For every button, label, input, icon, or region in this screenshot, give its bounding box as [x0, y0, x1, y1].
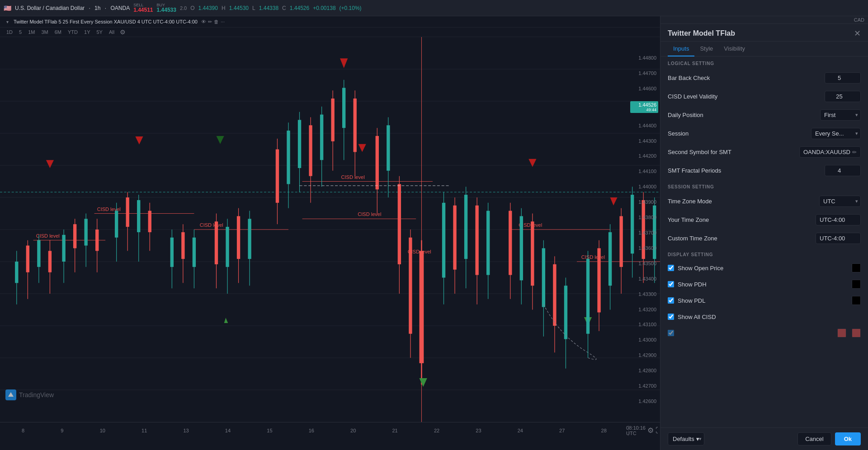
defaults-chevron-icon: ▾	[696, 436, 699, 442]
your-timezone-input[interactable]	[816, 214, 861, 225]
svg-rect-66	[237, 216, 240, 259]
smt-symbol-edit-icon[interactable]: ✏	[852, 149, 857, 155]
chart-area[interactable]: ▾ Twitter Model TFlab 5 25 First Every S…	[0, 16, 660, 450]
show-open-price-row: Show Open Price	[660, 260, 868, 276]
svg-text:CISD level: CISD level	[581, 254, 605, 260]
timezone-mode-select[interactable]: UTC Exchange Custom	[819, 196, 861, 207]
main-area: ▾ Twitter Model TFlab 5 25 First Every S…	[0, 16, 868, 450]
svg-marker-59	[216, 136, 224, 144]
show-pdl-checkbox[interactable]	[668, 297, 674, 304]
svg-marker-35	[46, 160, 54, 168]
your-timezone-value[interactable]	[816, 214, 861, 225]
chart-settings-icon[interactable]: ⚙	[120, 28, 126, 36]
svg-rect-34	[48, 251, 52, 272]
smt-symbol-value[interactable]: OANDA:XAUUSD ✏	[799, 146, 861, 158]
settings-icon[interactable]: ⚙	[647, 426, 654, 435]
svg-rect-32	[37, 240, 40, 267]
show-all-cisd-checkbox[interactable]	[668, 314, 674, 320]
chart-canvas[interactable]: CISD level CISD level CISD level CISD le…	[0, 37, 660, 422]
defaults-button[interactable]: Defaults ▾	[668, 432, 704, 445]
svg-marker-109	[528, 159, 536, 167]
panel-body: LOGICAL SETTING Bar Back Check CISD Leve…	[660, 56, 868, 427]
more-icon[interactable]: ···	[221, 19, 225, 25]
tf-1d[interactable]: 1D	[4, 28, 15, 36]
show-pdh-checkbox[interactable]	[668, 281, 674, 287]
utc-time: 08:10:16 UTC	[626, 425, 646, 436]
tab-visibility[interactable]: Visibility	[718, 42, 750, 56]
smt-fractal-value[interactable]	[825, 165, 861, 176]
tf-5[interactable]: 5	[16, 28, 24, 36]
hidden-row-color-1[interactable]	[837, 328, 846, 338]
svg-rect-92	[398, 184, 401, 264]
cisd-level-validity-value[interactable]	[825, 91, 861, 102]
show-open-price-color[interactable]	[852, 263, 861, 272]
fullscreen-icon[interactable]: ⛶	[656, 427, 660, 435]
tf-5y[interactable]: 5Y	[94, 28, 105, 36]
defaults-wrapper[interactable]: Defaults ▾	[668, 432, 704, 445]
timezone-mode-value[interactable]: UTC Exchange Custom	[819, 196, 861, 207]
svg-text:CISD level: CISD level	[408, 249, 431, 254]
eye-icon[interactable]: 👁	[201, 19, 206, 25]
show-open-price-checkbox[interactable]	[668, 265, 674, 271]
smt-symbol-display[interactable]: OANDA:XAUUSD ✏	[799, 146, 861, 158]
trash-icon[interactable]: 🗑	[214, 19, 219, 25]
show-open-price-label[interactable]: Show Open Price	[678, 265, 848, 272]
svg-rect-84	[354, 98, 357, 152]
time-20: 20	[350, 428, 356, 433]
time-28: 28	[601, 428, 607, 433]
cad-label: CAD	[660, 16, 868, 24]
buy-group[interactable]: BUY 1.44533	[157, 3, 176, 13]
show-pdl-color[interactable]	[852, 296, 861, 305]
tf-1y[interactable]: 1Y	[81, 28, 93, 36]
show-pdh-row: Show PDH	[660, 276, 868, 292]
svg-rect-117	[542, 248, 545, 307]
show-pdh-label[interactable]: Show PDH	[678, 281, 848, 288]
session-value[interactable]: Every Se... London NY Asian	[811, 128, 861, 139]
tf-3m[interactable]: 3M	[38, 28, 51, 36]
close-label: C	[282, 5, 286, 11]
session-label: Session	[668, 130, 811, 137]
show-pdl-label[interactable]: Show PDL	[678, 297, 848, 304]
tab-style[interactable]: Style	[694, 42, 718, 56]
panel-title: Twitter Model TFlab	[668, 29, 735, 38]
daily-position-row: Daily Position First Last Both	[660, 106, 868, 124]
svg-rect-76	[309, 125, 312, 176]
svg-rect-48	[126, 197, 129, 227]
candles-group-10	[586, 197, 623, 358]
cisd-level-validity-input[interactable]	[825, 91, 861, 102]
time-axis-row: 8 9 10 11 13 14 15 16 20 21 22 23 24 27 …	[0, 422, 660, 438]
current-price-tick: 1.44526 49:44	[630, 101, 658, 113]
session-select[interactable]: Every Se... London NY Asian	[811, 128, 861, 139]
open-label: O	[190, 5, 194, 11]
cancel-button[interactable]: Cancel	[797, 432, 831, 445]
tf-ytd[interactable]: YTD	[65, 28, 80, 36]
ok-button[interactable]: Ok	[835, 432, 861, 445]
tf-1m[interactable]: 1M	[25, 28, 38, 36]
tf-6m[interactable]: 6M	[52, 28, 64, 36]
daily-position-select[interactable]: First Last Both	[820, 109, 861, 121]
bar-back-check-input[interactable]	[825, 72, 861, 84]
symbol-name: U.S. Dollar / Canadian Dollar	[15, 5, 85, 11]
show-pdh-color[interactable]	[852, 280, 861, 289]
hidden-row-checkbox[interactable]	[668, 330, 674, 336]
svg-marker-86	[359, 144, 366, 152]
custom-timezone-value[interactable]	[816, 233, 861, 244]
svg-rect-62	[215, 221, 218, 264]
tf-all[interactable]: All	[106, 28, 117, 36]
show-all-cisd-label[interactable]: Show All CISD	[678, 314, 861, 320]
sell-buy-group[interactable]: SELL 1.44511	[133, 3, 153, 13]
close-button[interactable]: ✕	[854, 29, 861, 38]
daily-position-value[interactable]: First Last Both	[820, 109, 861, 121]
time-27: 27	[559, 428, 565, 433]
tab-inputs[interactable]: Inputs	[668, 42, 694, 56]
svg-rect-100	[442, 203, 445, 278]
svg-text:CISD level: CISD level	[341, 174, 365, 180]
hidden-row-color-2[interactable]	[852, 328, 861, 338]
svg-rect-68	[248, 219, 251, 259]
smt-fractal-input[interactable]	[825, 165, 861, 176]
custom-timezone-input[interactable]	[816, 233, 861, 244]
collapse-icon[interactable]: ▾	[4, 18, 11, 25]
edit-icon[interactable]: ✏	[208, 19, 212, 25]
flag-icon: 🇺🇸	[4, 5, 11, 12]
bar-back-check-value[interactable]	[825, 72, 861, 84]
